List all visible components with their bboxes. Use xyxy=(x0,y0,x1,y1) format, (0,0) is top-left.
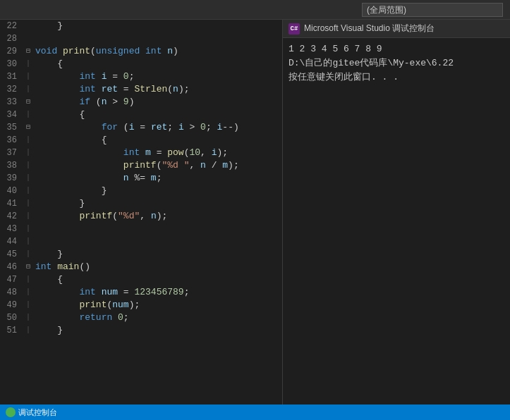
line-content: } xyxy=(34,20,63,32)
line-content: int main() xyxy=(34,261,90,273)
line-number: 42 xyxy=(0,210,23,223)
code-lines: 22 }2829⊟void print(unsigned int n)30| {… xyxy=(0,20,282,337)
console-icon: C# xyxy=(289,23,300,35)
code-line: 36| { xyxy=(0,134,282,147)
code-line: 49| print(num); xyxy=(0,299,282,311)
line-number: 28 xyxy=(0,32,23,45)
scope-dropdown[interactable]: (全局范围) xyxy=(362,3,503,17)
line-gutter: | xyxy=(23,223,34,235)
line-gutter: | xyxy=(23,134,34,147)
code-line: 38| printf("%d ", n / m); xyxy=(0,159,282,172)
line-content: { xyxy=(34,273,63,286)
code-line: 41| } xyxy=(0,197,282,210)
line-gutter: | xyxy=(23,197,34,210)
code-line: 42| printf("%d", n); xyxy=(0,210,282,223)
line-number: 49 xyxy=(0,299,23,311)
code-line: 30| { xyxy=(0,58,282,70)
top-bar: (全局范围) xyxy=(0,0,510,20)
line-gutter: ⊟ xyxy=(23,45,34,58)
code-line: 47| { xyxy=(0,273,282,286)
line-gutter: ⊟ xyxy=(23,96,34,109)
code-line: 33⊟ if (n > 9) xyxy=(0,96,282,109)
status-label: 调试控制台 xyxy=(18,407,57,418)
line-gutter: | xyxy=(23,70,34,83)
line-number: 45 xyxy=(0,248,23,261)
code-line: 46⊟int main() xyxy=(0,261,282,273)
line-number: 48 xyxy=(0,286,23,299)
line-gutter: | xyxy=(23,83,34,96)
code-line: 35⊟ for (i = ret; i > 0; i--) xyxy=(0,121,282,134)
code-line: 37| int m = pow(10, i); xyxy=(0,147,282,159)
line-number: 32 xyxy=(0,83,23,96)
line-gutter: | xyxy=(23,185,34,197)
code-line: 50| return 0; xyxy=(0,311,282,324)
line-content: for (i = ret; i > 0; i--) xyxy=(34,121,239,134)
console-title: Microsoft Visual Studio 调试控制台 xyxy=(304,23,435,35)
line-gutter: | xyxy=(23,324,34,337)
line-gutter: | xyxy=(23,248,34,261)
line-number: 31 xyxy=(0,70,23,83)
line-number: 44 xyxy=(0,235,23,248)
line-content: int m = pow(10, i); xyxy=(34,147,228,159)
line-number: 51 xyxy=(0,324,23,337)
line-number: 47 xyxy=(0,273,23,286)
line-content: { xyxy=(34,109,85,121)
console-body: 1 2 3 4 5 6 7 8 9D:\自己的gitee代码库\My-exe\6… xyxy=(283,38,510,404)
code-line: 34| { xyxy=(0,109,282,121)
line-content: { xyxy=(34,58,63,70)
line-number: 39 xyxy=(0,172,23,185)
code-line: 28 xyxy=(0,32,282,45)
code-line: 31| int i = 0; xyxy=(0,70,282,83)
line-number: 46 xyxy=(0,261,23,273)
code-line: 48| int num = 123456789; xyxy=(0,286,282,299)
code-line: 44| xyxy=(0,235,282,248)
code-editor: 22 }2829⊟void print(unsigned int n)30| {… xyxy=(0,20,282,404)
line-content: return 0; xyxy=(34,311,129,324)
line-gutter: | xyxy=(23,311,34,324)
line-gutter: | xyxy=(23,235,34,248)
line-number: 50 xyxy=(0,311,23,324)
line-number: 37 xyxy=(0,147,23,159)
line-gutter: | xyxy=(23,159,34,172)
line-content: print(num); xyxy=(34,299,140,311)
code-line: 22 } xyxy=(0,20,282,32)
line-content: n %= m; xyxy=(34,172,162,185)
line-gutter: | xyxy=(23,210,34,223)
code-line: 40| } xyxy=(0,185,282,197)
line-content: int ret = Strlen(n); xyxy=(34,83,190,96)
line-number: 22 xyxy=(0,20,23,32)
status-circle xyxy=(6,407,16,417)
line-number: 35 xyxy=(0,121,23,134)
console-output-line: 按任意键关闭此窗口. . . xyxy=(289,70,504,85)
status-bar: 调试控制台 xyxy=(0,404,510,420)
code-line: 51| } xyxy=(0,324,282,337)
console-header: C# Microsoft Visual Studio 调试控制台 xyxy=(283,20,510,38)
line-content: printf("%d", n); xyxy=(34,210,167,223)
console-output-line: 1 2 3 4 5 6 7 8 9 xyxy=(289,42,504,56)
line-number: 36 xyxy=(0,134,23,147)
line-content: { xyxy=(34,134,107,147)
line-gutter: | xyxy=(23,299,34,311)
line-content: int num = 123456789; xyxy=(34,286,189,299)
line-content: } xyxy=(34,248,63,261)
line-gutter: | xyxy=(23,273,34,286)
line-number: 40 xyxy=(0,185,23,197)
line-content: printf("%d ", n / m); xyxy=(34,159,239,172)
line-content: int i = 0; xyxy=(34,70,134,83)
line-number: 41 xyxy=(0,197,23,210)
line-content: } xyxy=(34,197,85,210)
line-gutter: | xyxy=(23,58,34,70)
line-gutter: ⊟ xyxy=(23,121,34,134)
line-number: 38 xyxy=(0,159,23,172)
status-item-debug: 调试控制台 xyxy=(6,407,57,418)
line-number: 29 xyxy=(0,45,23,58)
line-gutter: | xyxy=(23,172,34,185)
line-number: 43 xyxy=(0,223,23,235)
console-panel: C# Microsoft Visual Studio 调试控制台 1 2 3 4… xyxy=(282,20,510,404)
code-line: 45| } xyxy=(0,248,282,261)
code-line: 29⊟void print(unsigned int n) xyxy=(0,45,282,58)
line-gutter: ⊟ xyxy=(23,261,34,273)
line-gutter: | xyxy=(23,147,34,159)
console-output-line: D:\自己的gitee代码库\My-exe\6.22 xyxy=(289,56,504,70)
line-content: } xyxy=(34,185,107,197)
